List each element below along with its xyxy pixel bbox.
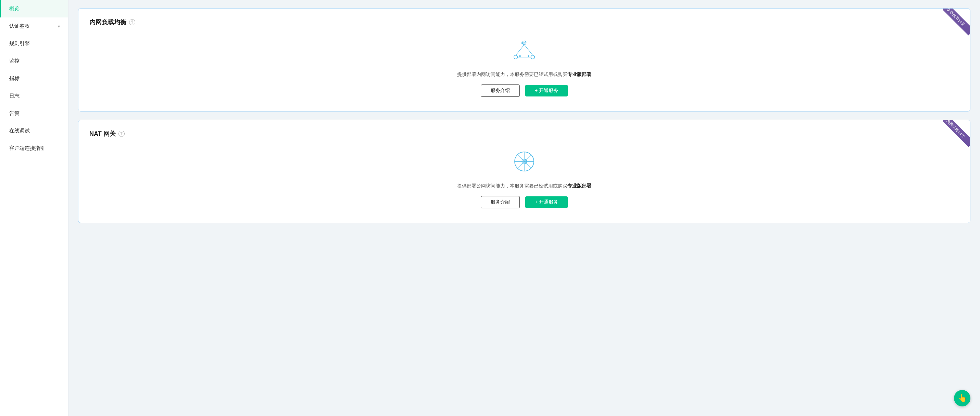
card-body: 提供部署公网访问能力，本服务需要已经试用或购买专业版部署服务介绍+ 开通服务: [89, 146, 959, 212]
trial-badge-text: 免费试用14天: [943, 120, 970, 147]
card-description: 提供部署公网访问能力，本服务需要已经试用或购买专业版部署: [457, 183, 591, 189]
sidebar-item-label: 指标: [9, 75, 19, 82]
trial-badge: 免费试用14天: [943, 8, 970, 36]
hand-icon: 👆: [958, 394, 967, 403]
card-description: 提供部署内网访问能力，本服务需要已经试用或购买专业版部署: [457, 71, 591, 78]
mqtt-icon: MQTT: [511, 38, 538, 63]
sidebar-item-client-guide[interactable]: 客户端连接指引: [0, 140, 68, 157]
sidebar-item-debug[interactable]: 在线调试: [0, 122, 68, 140]
card-body: MQTT 提供部署内网访问能力，本服务需要已经试用或购买专业版部署服务介绍+ 开…: [89, 35, 959, 100]
help-icon[interactable]: ?: [129, 19, 135, 25]
open-service-button[interactable]: + 开通服务: [525, 196, 568, 208]
trial-badge-text: 免费试用14天: [943, 8, 970, 35]
nat-icon: [512, 149, 536, 175]
trial-badge: 免费试用14天: [943, 120, 970, 148]
sidebar-item-overview[interactable]: 概览: [0, 0, 68, 17]
chevron-down-icon: ▾: [58, 24, 60, 29]
card-title: 内网负载均衡?: [89, 18, 959, 26]
sidebar-item-rules[interactable]: 规则引擎: [0, 35, 68, 52]
svg-point-8: [528, 56, 530, 57]
float-help-button[interactable]: 👆: [954, 390, 970, 406]
card-nat-gateway: 免费试用14天NAT 网关? 提供部署公网访问能力，本服务需要已经试用或购买专业…: [78, 120, 970, 223]
sidebar-item-metrics[interactable]: 指标: [0, 70, 68, 87]
svg-point-1: [514, 56, 518, 59]
sidebar-item-label: 概览: [9, 5, 19, 12]
svg-point-7: [519, 56, 521, 57]
sidebar-item-monitor[interactable]: 监控: [0, 52, 68, 70]
card-internal-lb: 免费试用14天内网负载均衡? MQTT 提供部署内网访问能力，本服务需要已经试用…: [78, 8, 970, 111]
sidebar-item-label: 在线调试: [9, 128, 30, 134]
sidebar-item-label: 日志: [9, 93, 19, 99]
card-title-text: NAT 网关: [89, 130, 116, 138]
sidebar: 概览认证鉴权▾规则引擎监控指标日志告警在线调试客户端连接指引: [0, 0, 68, 416]
card-title-text: 内网负载均衡: [89, 18, 126, 26]
card-actions: 服务介绍+ 开通服务: [481, 196, 568, 208]
sidebar-item-label: 客户端连接指引: [9, 145, 45, 152]
main-content: 免费试用14天内网负载均衡? MQTT 提供部署内网访问能力，本服务需要已经试用…: [68, 0, 980, 416]
sidebar-item-label: 认证鉴权: [9, 23, 30, 29]
svg-line-4: [524, 44, 533, 55]
sidebar-item-label: 告警: [9, 110, 19, 117]
sidebar-item-label: 规则引擎: [9, 40, 30, 47]
service-intro-button[interactable]: 服务介绍: [481, 196, 520, 208]
sidebar-item-auth[interactable]: 认证鉴权▾: [0, 17, 68, 35]
sidebar-item-logs[interactable]: 日志: [0, 87, 68, 105]
open-service-button[interactable]: + 开通服务: [525, 85, 568, 97]
svg-text:MQTT: MQTT: [521, 42, 527, 44]
card-title: NAT 网关?: [89, 130, 959, 138]
svg-line-3: [516, 44, 524, 55]
card-actions: 服务介绍+ 开通服务: [481, 84, 568, 97]
sidebar-item-label: 监控: [9, 58, 19, 64]
service-intro-button[interactable]: 服务介绍: [481, 84, 520, 97]
sidebar-item-alerts[interactable]: 告警: [0, 105, 68, 122]
svg-point-2: [531, 56, 535, 59]
help-icon[interactable]: ?: [118, 131, 125, 137]
